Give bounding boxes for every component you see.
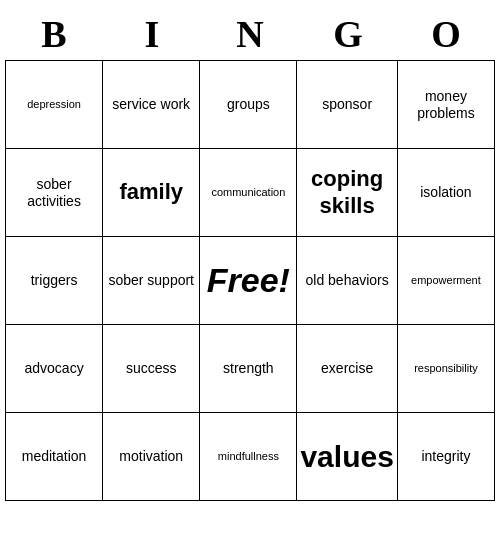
- cell-r2-c2: Free!: [200, 237, 297, 325]
- cell-text: mindfullness: [218, 450, 279, 463]
- cell-r4-c2: mindfullness: [200, 413, 297, 501]
- cell-r3-c3: exercise: [297, 325, 397, 413]
- cell-text: strength: [223, 360, 274, 377]
- bingo-card: BINGO depressionservice workgroupssponso…: [5, 8, 495, 501]
- cell-r4-c4: integrity: [398, 413, 495, 501]
- cell-text: sober activities: [9, 176, 99, 210]
- cell-r0-c3: sponsor: [297, 61, 397, 149]
- cell-r3-c0: advocacy: [6, 325, 103, 413]
- cell-text: advocacy: [24, 360, 83, 377]
- header-letter: I: [103, 8, 201, 60]
- cell-r0-c0: depression: [6, 61, 103, 149]
- cell-r0-c1: service work: [103, 61, 200, 149]
- header-letter: G: [299, 8, 397, 60]
- cell-text: empowerment: [411, 274, 481, 287]
- cell-text: responsibility: [414, 362, 478, 375]
- cell-r4-c0: meditation: [6, 413, 103, 501]
- cell-r1-c3: coping skills: [297, 149, 397, 237]
- cell-r2-c1: sober support: [103, 237, 200, 325]
- cell-r1-c0: sober activities: [6, 149, 103, 237]
- cell-r0-c4: money problems: [398, 61, 495, 149]
- cell-r2-c4: empowerment: [398, 237, 495, 325]
- cell-text: coping skills: [300, 166, 393, 219]
- cell-text: values: [300, 439, 393, 475]
- cell-text: exercise: [321, 360, 373, 377]
- cell-text: sponsor: [322, 96, 372, 113]
- cell-text: depression: [27, 98, 81, 111]
- cell-text: success: [126, 360, 177, 377]
- cell-text: communication: [211, 186, 285, 199]
- cell-text: family: [119, 179, 183, 205]
- cell-r0-c2: groups: [200, 61, 297, 149]
- cell-r1-c2: communication: [200, 149, 297, 237]
- cell-r4-c1: motivation: [103, 413, 200, 501]
- cell-r3-c1: success: [103, 325, 200, 413]
- cell-text: motivation: [119, 448, 183, 465]
- cell-text: groups: [227, 96, 270, 113]
- cell-text: isolation: [420, 184, 471, 201]
- cell-text: service work: [112, 96, 190, 113]
- cell-r3-c4: responsibility: [398, 325, 495, 413]
- cell-text: old behaviors: [306, 272, 389, 289]
- header-letter: B: [5, 8, 103, 60]
- cell-text: sober support: [108, 272, 194, 289]
- bingo-header: BINGO: [5, 8, 495, 60]
- cell-r1-c4: isolation: [398, 149, 495, 237]
- header-letter: O: [397, 8, 495, 60]
- cell-text: triggers: [31, 272, 78, 289]
- cell-text: integrity: [421, 448, 470, 465]
- cell-r3-c2: strength: [200, 325, 297, 413]
- header-letter: N: [201, 8, 299, 60]
- cell-r4-c3: values: [297, 413, 397, 501]
- cell-r2-c0: triggers: [6, 237, 103, 325]
- cell-text: Free!: [207, 260, 290, 301]
- cell-text: meditation: [22, 448, 87, 465]
- bingo-grid: depressionservice workgroupssponsormoney…: [5, 60, 495, 501]
- cell-r1-c1: family: [103, 149, 200, 237]
- cell-r2-c3: old behaviors: [297, 237, 397, 325]
- cell-text: money problems: [401, 88, 491, 122]
